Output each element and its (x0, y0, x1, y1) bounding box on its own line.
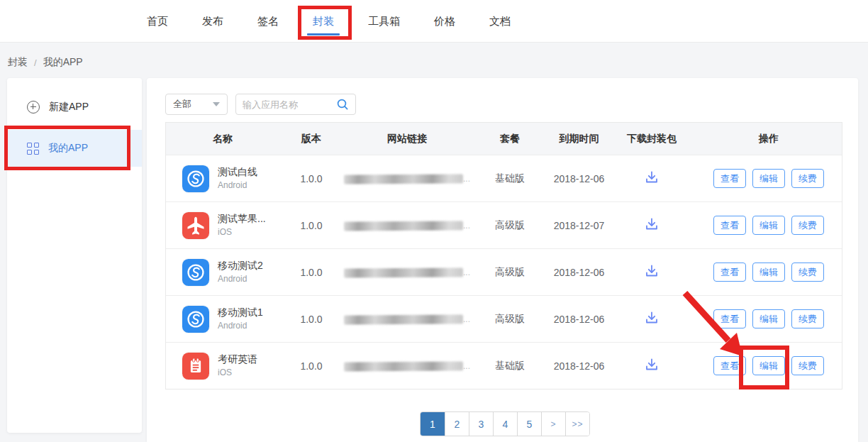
app-platform: iOS (218, 227, 232, 237)
nav-tab-6[interactable]: 价格 (434, 0, 455, 42)
download-icon[interactable] (644, 263, 660, 279)
app-platform: iOS (218, 368, 232, 377)
nav-tab-3[interactable]: 签名 (257, 0, 279, 42)
nav-tab-4[interactable]: 封装 (313, 0, 334, 42)
table-row: 测试苹果... iOS 1.0.0 ... 高级版 2018-12-07 查看 … (166, 201, 842, 248)
top-navbar: 首页发布签名封装工具箱价格文档 (0, 0, 868, 43)
table-row: 移动测试1 Android 1.0.0 ... 高级版 2018-12-06 查… (166, 295, 842, 342)
view-button[interactable]: 查看 (713, 309, 746, 328)
breadcrumb-package[interactable]: 封装 (8, 56, 28, 69)
notepad-icon (182, 353, 209, 380)
download-icon[interactable] (644, 170, 660, 185)
main-panel: 全部 名称版本网站链接套餐到期时间下载封装包操作 测试白线 Android 1.… (147, 78, 858, 442)
new-app-label: 新建APP (49, 101, 89, 114)
page-button-4[interactable]: 4 (493, 412, 517, 436)
sidebar-item-new-app[interactable]: 新建APP (7, 92, 142, 122)
category-dropdown-value: 全部 (173, 98, 191, 111)
app-expiry: 2018-12-06 (549, 314, 609, 325)
app-platform: Android (218, 180, 247, 190)
edit-button[interactable]: 编辑 (752, 309, 785, 328)
view-button[interactable]: 查看 (713, 216, 746, 235)
renew-button[interactable]: 续费 (791, 309, 824, 328)
view-button[interactable]: 查看 (713, 169, 746, 188)
page-button-1[interactable]: 1 (421, 412, 445, 436)
category-dropdown[interactable]: 全部 (165, 94, 228, 115)
edit-button[interactable]: 编辑 (752, 356, 785, 375)
app-expiry: 2018-12-06 (549, 173, 609, 184)
page-button-2[interactable]: 2 (445, 412, 469, 436)
blurred-link (344, 221, 463, 231)
view-button[interactable]: 查看 (713, 356, 746, 375)
breadcrumb-separator: / (34, 57, 37, 68)
app-name: 移动测试2 (218, 260, 263, 271)
download-icon[interactable] (644, 357, 660, 372)
edit-button[interactable]: 编辑 (752, 169, 785, 188)
blurred-link (344, 268, 463, 278)
app-version: 1.0.0 (279, 220, 343, 231)
app-name: 测试白线 (218, 166, 257, 177)
app-version: 1.0.0 (279, 360, 343, 372)
edit-button[interactable]: 编辑 (752, 263, 785, 282)
app-name: 考研英语 (218, 353, 257, 365)
airplane-icon (182, 212, 209, 239)
link-ellipsis: ... (463, 221, 470, 231)
app-version: 1.0.0 (279, 267, 343, 278)
s-logo-icon (182, 259, 209, 286)
column-header: 操作 (694, 133, 843, 145)
app-plan: 高级版 (471, 219, 549, 232)
page-button-3[interactable]: 3 (469, 412, 493, 436)
link-ellipsis: ... (463, 315, 470, 325)
app-version: 1.0.0 (279, 314, 343, 325)
app-plan: 高级版 (471, 266, 549, 279)
column-header: 名称 (166, 133, 279, 145)
search-icon[interactable] (336, 98, 349, 111)
renew-button[interactable]: 续费 (791, 356, 824, 375)
app-platform: Android (218, 274, 247, 284)
blurred-link (344, 315, 463, 325)
download-icon[interactable] (644, 310, 660, 326)
app-name: 测试苹果... (218, 213, 266, 224)
column-header: 网站链接 (343, 133, 471, 145)
pagination: 12345>>> (420, 411, 590, 436)
column-header: 到期时间 (549, 133, 609, 145)
column-header: 套餐 (471, 133, 549, 145)
my-app-label: 我的APP (48, 142, 88, 155)
app-expiry: 2018-12-06 (549, 267, 609, 278)
page-button-5[interactable]: 5 (517, 412, 541, 436)
link-ellipsis: ... (463, 268, 470, 278)
table-header-row: 名称版本网站链接套餐到期时间下载封装包操作 (166, 123, 842, 155)
app-plan: 高级版 (471, 313, 549, 326)
chevron-down-icon (213, 102, 220, 106)
renew-button[interactable]: 续费 (791, 216, 824, 235)
s-logo-icon (182, 165, 209, 192)
renew-button[interactable]: 续费 (791, 263, 824, 282)
app-expiry: 2018-12-06 (549, 360, 609, 372)
view-button[interactable]: 查看 (713, 263, 746, 282)
renew-button[interactable]: 续费 (791, 169, 824, 188)
sidebar-item-my-app[interactable]: 我的APP (7, 130, 142, 167)
nav-tab-1[interactable]: 首页 (147, 0, 168, 42)
nav-tab-5[interactable]: 工具箱 (368, 0, 400, 42)
breadcrumb-my-app: 我的APP (43, 56, 83, 69)
edit-button[interactable]: 编辑 (752, 216, 785, 235)
app-table: 名称版本网站链接套餐到期时间下载封装包操作 测试白线 Android 1.0.0… (165, 122, 842, 389)
sidebar: 新建APP 我的APP (7, 78, 142, 433)
app-name: 移动测试1 (218, 306, 263, 318)
nav-tab-7[interactable]: 文档 (489, 0, 511, 42)
download-icon[interactable] (644, 216, 660, 232)
blurred-link (344, 362, 463, 372)
nav-tab-2[interactable]: 发布 (202, 0, 223, 42)
app-plan: 基础版 (471, 360, 549, 372)
last-page-button[interactable]: >> (565, 412, 589, 436)
main-nav: 首页发布签名封装工具箱价格文档 (147, 0, 511, 42)
s-logo-icon (182, 306, 209, 333)
next-page-button[interactable]: > (541, 412, 565, 436)
search-box (235, 94, 356, 115)
plus-circle-icon (27, 101, 40, 114)
search-input[interactable] (243, 99, 332, 110)
app-expiry: 2018-12-07 (549, 220, 609, 231)
app-version: 1.0.0 (279, 173, 343, 184)
column-header: 版本 (279, 133, 343, 145)
blurred-link (344, 175, 463, 184)
app-platform: Android (218, 321, 247, 331)
